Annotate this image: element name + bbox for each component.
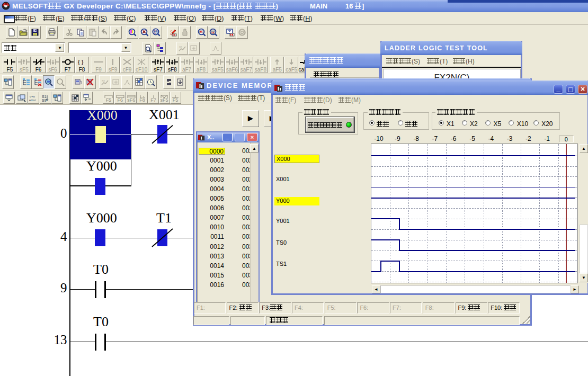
svg-text:123: 123 xyxy=(154,32,158,34)
svg-text:S9: S9 xyxy=(42,99,47,102)
svg-text:xx: xx xyxy=(102,79,105,82)
svg-text:S1: S1 xyxy=(42,95,47,99)
svg-text:xx: xx xyxy=(179,45,182,48)
svg-text:{ }: { } xyxy=(78,59,84,65)
svg-text:c+u: c+u xyxy=(30,95,35,98)
svg-text:error: error xyxy=(29,99,36,102)
